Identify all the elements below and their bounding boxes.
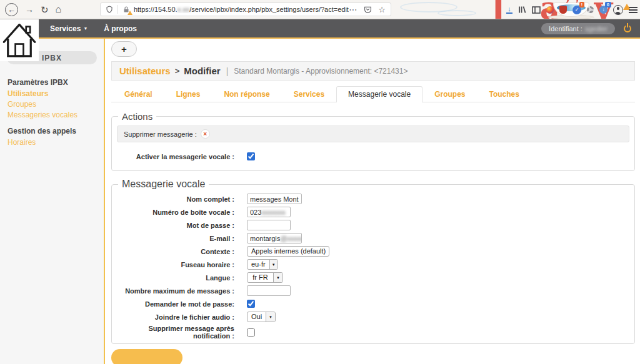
activate-voicemail-row: Activer la messagerie vocale : [117,152,629,160]
dropdown-arrow-icon: ▼ [273,273,282,282]
voicemail-fieldset: Messagerie vocale Nom complet : Numéro d… [111,179,635,344]
boite-vocale-redacted: xxxxxxx [261,209,286,216]
chevron-down-icon: ▼ [83,26,88,31]
address-bar[interactable]: https://154.50.x.xx/service/ipbx/index.p… [100,2,391,16]
dropdown-arrow-icon: ▼ [269,260,278,269]
gear-icon[interactable] [587,6,594,13]
page-actions-icon[interactable]: ⋯ [349,5,358,14]
email-label: E-mail : [117,235,234,242]
download-manager-icon[interactable]: ↓ 0 [599,6,608,14]
back-button[interactable]: ← [5,3,18,16]
field-row: Nom complet : [117,194,629,204]
tab-groupes[interactable]: Groupes [422,86,477,102]
mot-de-passe-input[interactable] [247,220,291,230]
sidebar-heading-parametres: Paramètres IPBX [0,72,104,89]
field-row: Nombre maximum de messages : [117,285,629,296]
save-button[interactable] [111,349,182,364]
tracking-shield-icon[interactable] [106,5,113,14]
tab-lignes[interactable]: Lignes [164,86,212,102]
tab-general[interactable]: Général [112,86,164,102]
fuseau-select[interactable]: eu-fr ▼ [247,259,278,270]
sidebar-item-utilisateurs[interactable]: Utilisateurs [0,89,104,99]
field-row: Joindre le fichier audio : Oui ▼ [117,312,629,322]
boite-vocale-label: Numéro de boîte vocale : [117,209,234,216]
bookmark-star-icon[interactable]: ☆ [378,5,386,14]
lock-icon[interactable] [122,6,130,14]
field-row: E-mail : montargis @xxxxxxx [117,233,629,243]
urlbar-divider [118,5,118,14]
ublock-shield-icon[interactable] [559,6,567,14]
url-text: https://154.50.x.xx/service/ipbx/index.p… [134,6,349,13]
tab-non-reponse[interactable]: Non réponse [212,86,281,102]
sidebar-item-groupes[interactable]: Groupes [0,99,104,110]
max-messages-label: Nombre maximum de messages : [117,287,234,295]
tab-touches[interactable]: Touches [478,86,531,102]
voicemail-legend: Messagerie vocale [118,179,209,190]
theme-scribble [438,10,476,16]
breadcrumb-page: Modifier [184,66,220,76]
delete-voicemail-label: Supprimer messagerie : [124,130,197,138]
delete-voicemail-button[interactable]: × [201,129,210,139]
count-badge: 0 [605,2,611,7]
services-menu[interactable]: Services ▼ [50,24,88,33]
demander-mdp-label: Demander le mot de passe: [117,300,234,308]
menu-icon[interactable] [629,7,638,13]
joindre-audio-select[interactable]: Oui ▼ [247,312,276,322]
home-button[interactable]: ⌂ [56,4,62,14]
sidebar-toggle-icon[interactable] [532,6,541,14]
field-row: Contexte : Appels internes (default) ▼ [117,246,629,257]
field-row: Numéro de boîte vocale : 023 xxxxxxx [117,207,629,217]
nom-complet-label: Nom complet : [117,195,234,203]
tab-bar: Général Lignes Non réponse Services Mess… [111,86,635,102]
extension-check-icon[interactable]: ✓ ! [572,6,581,14]
url-path: /service/ipbx/index.php/pbx_settings/use… [189,6,349,13]
update-warning-icon [623,4,631,10]
pocket-icon[interactable] [364,6,372,14]
breadcrumb: Utilisateurs > Modifier | Standard Monta… [111,61,635,81]
breadcrumb-section[interactable]: Utilisateurs [119,66,171,76]
downloads-icon[interactable]: ↓ [506,6,512,14]
app-navbar: Services ▼ À propos Identifiant : sgedie… [0,19,640,39]
activate-voicemail-checkbox[interactable] [247,152,255,160]
actions-legend: Actions [118,111,156,122]
breadcrumb-pipe: | [226,66,229,76]
field-row: Fuseau horaire : eu-fr ▼ [117,259,629,270]
email-redacted: @xxxxxxx [280,235,302,242]
extension-sphere-icon[interactable] [546,6,554,14]
email-input[interactable]: montargis @xxxxxxx [247,233,302,243]
sidebar-heading-gestion: Gestion des appels [0,121,104,137]
sidebar-item-horaires[interactable]: Horaires [0,137,104,148]
boite-vocale-input[interactable]: 023 xxxxxxx [247,207,291,217]
mixed-content-warning-icon [128,11,132,15]
alert-badge: ! [579,2,584,7]
activate-voicemail-label: Activer la messagerie vocale : [117,153,234,160]
reload-button[interactable]: ↻ [41,5,49,14]
tab-services[interactable]: Services [282,86,336,102]
field-row: Mot de passe : [117,220,629,230]
field-row: Supprimer message après notification : [117,325,629,340]
logout-power-icon[interactable] [624,25,631,32]
tab-messagerie-vocale[interactable]: Messagerie vocale [336,86,422,102]
dropdown-arrow-icon: ▼ [266,312,275,322]
demander-mdp-checkbox[interactable] [247,300,255,308]
about-link[interactable]: À propos [104,24,137,33]
supprimer-apres-checkbox[interactable] [247,328,255,337]
nom-complet-input[interactable] [247,194,302,204]
app-logo[interactable] [0,19,39,61]
library-icon[interactable] [518,6,526,14]
max-messages-input[interactable] [247,285,291,296]
delete-x-icon: × [203,130,207,137]
field-row: Langue : fr FR ▼ [117,272,629,283]
add-button[interactable]: + [111,41,137,57]
supprimer-apres-label: Supprimer message après notification : [117,325,234,340]
forward-button[interactable]: → [25,5,34,14]
contexte-select[interactable]: Appels internes (default) ▼ [247,246,329,257]
account-icon[interactable] [613,5,623,15]
joindre-audio-label: Joindre le fichier audio : [117,313,234,321]
identifiant-badge: Identifiant : sgedier [541,23,615,34]
delete-voicemail-row: Supprimer messagerie : × [117,125,629,142]
langue-select[interactable]: fr FR ▼ [247,272,283,283]
field-row: Demander le mot de passe: [117,298,629,309]
mot-de-passe-label: Mot de passe : [117,222,234,229]
sidebar-item-messageries[interactable]: Messageries vocales [0,110,104,121]
